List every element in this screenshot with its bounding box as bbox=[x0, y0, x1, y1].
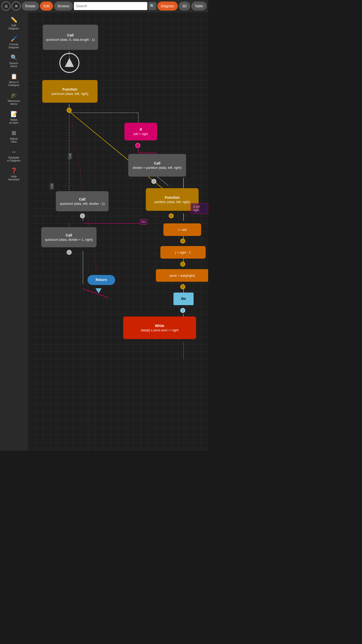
svg-line-14 bbox=[156, 176, 168, 186]
call-label-right: Call bbox=[50, 183, 54, 189]
call-label-left: Call bbox=[68, 153, 72, 159]
help-icon: ❓ bbox=[11, 168, 17, 174]
sidebar-item-label: Noteson Item bbox=[9, 118, 19, 124]
node-j-right[interactable]: j = right - 1 bbox=[160, 246, 206, 259]
toolbar: ⊙ ✕ Rotate Edit Browse 🔍 Diagram 3D Tabl… bbox=[0, 0, 208, 12]
sidebar-item-items-category[interactable]: 📋 Items inCategory bbox=[0, 71, 28, 89]
sidebar-item-help[interactable]: ❓ HelpAssistant bbox=[0, 165, 28, 183]
node-function-quicksort[interactable]: Function quicksort (data, left, right) bbox=[42, 80, 98, 103]
node-while[interactable]: While data[i] ≤ pivot and i < right bbox=[123, 316, 196, 339]
connector-if bbox=[135, 143, 140, 148]
node-body: quicksort (data, left, divider - 1) bbox=[60, 202, 105, 206]
note-text: If left right bbox=[191, 203, 208, 214]
node-title: Call bbox=[79, 197, 85, 201]
edit-button[interactable]: Edit bbox=[40, 2, 53, 11]
node-if[interactable]: If left < right bbox=[124, 123, 157, 140]
connector-i-left bbox=[180, 238, 185, 244]
node-body: quicksort (data, left, right) bbox=[52, 92, 88, 96]
sidebar-item-format-diagram[interactable]: 🖌️ FormatDiagram bbox=[0, 33, 28, 51]
sidebar-item-adjust-view[interactable]: ⊞ AdjustView bbox=[0, 127, 28, 146]
items-category-icon: 📋 bbox=[11, 73, 17, 80]
sidebar-item-memorize[interactable]: 🎓 MemorizeItems bbox=[0, 90, 28, 108]
node-title: Do bbox=[181, 297, 186, 301]
target-button[interactable]: ⊙ bbox=[2, 2, 11, 11]
node-body: pivot = data[right] bbox=[170, 274, 195, 277]
start-cone bbox=[65, 58, 74, 67]
connector-call-right bbox=[67, 250, 72, 255]
diagram-button[interactable]: Diagram bbox=[157, 2, 178, 11]
node-body: quicksort (data, divider + 1, right) bbox=[45, 238, 93, 242]
node-call-quicksort-left[interactable]: Call quicksort (data, left, divider - 1) bbox=[56, 191, 109, 211]
sidebar: ✏️ EditDiagram 🖌️ FormatDiagram 🔍 Search… bbox=[0, 12, 28, 451]
node-title: Call bbox=[154, 161, 160, 165]
close-button[interactable]: ✕ bbox=[12, 2, 21, 11]
node-title: Call bbox=[66, 233, 72, 237]
start-symbol bbox=[59, 53, 79, 73]
node-call-quicksort-right[interactable]: Call quicksort (data, divider + 1, right… bbox=[41, 227, 97, 247]
node-title: If bbox=[140, 128, 142, 132]
search-input[interactable] bbox=[74, 2, 147, 10]
search-button[interactable]: 🔍 bbox=[148, 2, 156, 10]
sidebar-item-label: Navigatein Diagram bbox=[7, 156, 20, 162]
node-start-call[interactable]: Call quicksort (data, 0, data.length - 1… bbox=[43, 25, 98, 50]
3d-button[interactable]: 3D bbox=[179, 2, 190, 11]
connector-j-right bbox=[180, 262, 185, 267]
connector-call-partition bbox=[151, 179, 156, 184]
sidebar-item-label: MemorizeItems bbox=[8, 99, 20, 105]
edit-diagram-icon: ✏️ bbox=[11, 17, 17, 23]
navigate-icon: ↔️ bbox=[11, 149, 17, 155]
node-body: i = left bbox=[178, 228, 187, 232]
node-title: Return bbox=[96, 278, 107, 282]
sidebar-item-label: FormatDiagram bbox=[9, 43, 19, 49]
node-pivot[interactable]: pivot = data[right] bbox=[156, 269, 208, 282]
node-call-partition[interactable]: Call divider = partition (data, left, ri… bbox=[128, 154, 186, 177]
node-title: Function bbox=[165, 195, 179, 199]
node-body: data[i] ≤ pivot and i < right bbox=[141, 328, 178, 332]
sidebar-item-navigate[interactable]: ↔️ Navigatein Diagram bbox=[0, 146, 28, 165]
sidebar-item-edit-diagram[interactable]: ✏️ EditDiagram bbox=[0, 14, 28, 32]
connector-function-partition bbox=[169, 213, 174, 218]
adjust-view-icon: ⊞ bbox=[12, 130, 16, 136]
diagram-canvas[interactable]: Call quicksort (data, 0, data.length - 1… bbox=[28, 12, 208, 451]
no-label: No bbox=[140, 219, 147, 224]
node-return[interactable]: Return bbox=[87, 275, 115, 285]
memorize-icon: 🎓 bbox=[11, 92, 17, 99]
sidebar-item-search-items[interactable]: 🔍 SearchItems bbox=[0, 52, 28, 70]
target-icon: ⊙ bbox=[5, 4, 8, 9]
node-title: While bbox=[155, 324, 164, 328]
sidebar-item-label: Items inCategory bbox=[8, 80, 20, 87]
node-do[interactable]: Do bbox=[173, 293, 194, 305]
connector-function-quicksort bbox=[67, 108, 72, 113]
sidebar-item-label: EditDiagram bbox=[9, 24, 19, 30]
table-button[interactable]: Table bbox=[191, 2, 207, 11]
start-circle bbox=[59, 53, 79, 73]
sidebar-item-label: HelpAssistant bbox=[8, 175, 20, 181]
node-i-left[interactable]: i = left bbox=[163, 223, 201, 236]
sidebar-item-notes[interactable]: 📝 Noteson Item bbox=[0, 108, 28, 127]
node-body: quicksort (data, 0, data.length - 1) bbox=[46, 38, 95, 42]
node-title: Function bbox=[62, 87, 77, 91]
search-icon: 🔍 bbox=[150, 4, 155, 9]
search-items-icon: 🔍 bbox=[11, 54, 17, 61]
node-title: Call bbox=[67, 33, 74, 37]
notes-icon: 📝 bbox=[11, 111, 17, 117]
node-body: left < right bbox=[133, 132, 148, 136]
node-body: j = right - 1 bbox=[175, 251, 191, 254]
close-icon: ✕ bbox=[15, 4, 18, 9]
browse-button[interactable]: Browse bbox=[54, 2, 73, 11]
connector-pivot bbox=[180, 284, 185, 289]
format-diagram-icon: 🖌️ bbox=[11, 35, 17, 42]
node-body: partition (data, left, right) bbox=[155, 200, 190, 204]
sidebar-item-label: AdjustView bbox=[10, 137, 18, 143]
sidebar-item-label: SearchItems bbox=[10, 62, 18, 68]
connector-do bbox=[180, 308, 185, 313]
rotate-button[interactable]: Rotate bbox=[22, 2, 39, 11]
connector-call-left bbox=[80, 213, 85, 218]
node-body: divider = partition (data, left, right) bbox=[133, 166, 182, 170]
